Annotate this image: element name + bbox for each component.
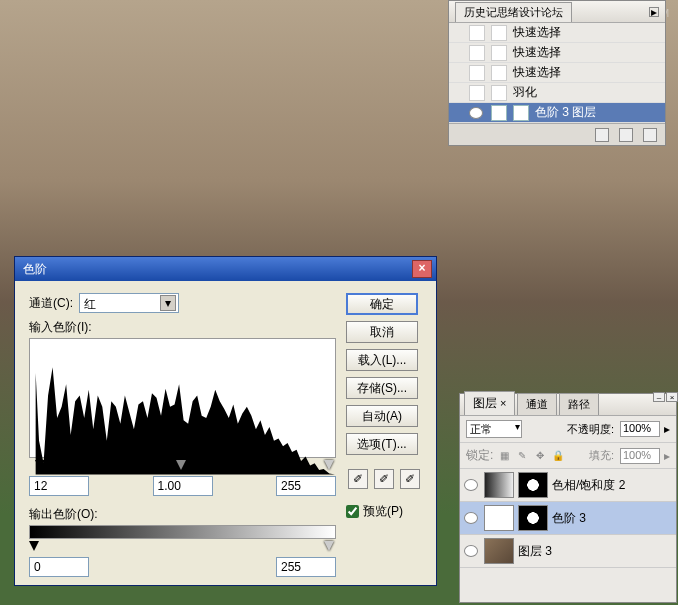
lock-paint-icon[interactable]: ✎ bbox=[515, 449, 529, 463]
input-white-field[interactable] bbox=[276, 476, 336, 496]
input-black-field[interactable] bbox=[29, 476, 89, 496]
blend-mode-select[interactable]: 正常 bbox=[466, 420, 522, 438]
lock-all-icon[interactable]: 🔒 bbox=[551, 449, 565, 463]
new-snapshot-icon[interactable] bbox=[595, 128, 609, 142]
fill-label: 填充: bbox=[589, 448, 614, 463]
fill-field[interactable]: 100% bbox=[620, 448, 660, 464]
histogram bbox=[29, 338, 336, 458]
tab-layers[interactable]: 图层 × bbox=[464, 391, 515, 415]
history-row[interactable]: 羽化 bbox=[449, 83, 665, 103]
preview-checkbox[interactable]: 预览(P) bbox=[346, 503, 422, 520]
options-button[interactable]: 选项(T)... bbox=[346, 433, 418, 455]
preview-label: 预览(P) bbox=[363, 503, 403, 520]
dialog-titlebar[interactable]: 色阶 × bbox=[15, 257, 436, 281]
close-icon[interactable]: × bbox=[412, 260, 432, 278]
visibility-icon[interactable] bbox=[464, 479, 478, 491]
visibility-icon[interactable] bbox=[464, 545, 478, 557]
opacity-flyout-icon[interactable]: ▸ bbox=[664, 422, 670, 436]
panel-min-icon[interactable]: – bbox=[653, 392, 665, 402]
layer-label: 图层 3 bbox=[518, 543, 552, 560]
history-row[interactable]: 快速选择 bbox=[449, 23, 665, 43]
history-label: 色阶 3 图层 bbox=[535, 104, 596, 121]
output-levels-label: 输出色阶(O): bbox=[29, 506, 336, 523]
lock-label: 锁定: bbox=[466, 447, 493, 464]
layer-row-active[interactable]: 色阶 3 bbox=[460, 502, 676, 535]
mask-thumb[interactable] bbox=[518, 505, 548, 531]
fill-flyout-icon[interactable]: ▸ bbox=[664, 449, 670, 463]
output-black-field[interactable] bbox=[29, 557, 89, 577]
channel-select[interactable]: 红 bbox=[79, 293, 179, 313]
input-gamma-field[interactable] bbox=[153, 476, 213, 496]
preview-check[interactable] bbox=[346, 505, 359, 518]
input-levels-label: 输入色阶(I): bbox=[29, 319, 336, 336]
black-point-handle[interactable] bbox=[35, 460, 45, 470]
history-label: 快速选择 bbox=[513, 24, 561, 41]
history-row[interactable]: 快速选择 bbox=[449, 43, 665, 63]
visibility-icon[interactable] bbox=[469, 107, 483, 119]
save-button[interactable]: 存储(S)... bbox=[346, 377, 418, 399]
history-row-active[interactable]: 色阶 3 图层 bbox=[449, 103, 665, 123]
lock-transparency-icon[interactable]: ▦ bbox=[497, 449, 511, 463]
layer-thumb[interactable] bbox=[484, 538, 514, 564]
visibility-icon[interactable] bbox=[464, 512, 478, 524]
layer-thumb[interactable] bbox=[484, 472, 514, 498]
tab-channels[interactable]: 通道 bbox=[517, 393, 557, 415]
ok-button[interactable]: 确定 bbox=[346, 293, 418, 315]
layer-row[interactable]: 图层 3 bbox=[460, 535, 676, 568]
layer-thumb[interactable] bbox=[484, 505, 514, 531]
out-white-handle[interactable] bbox=[324, 541, 334, 551]
black-eyedropper-icon[interactable]: ✐ bbox=[348, 469, 368, 489]
output-slider[interactable] bbox=[29, 541, 336, 553]
levels-dialog: 色阶 × 通道(C): 红 输入色阶(I): bbox=[14, 256, 437, 586]
white-eyedropper-icon[interactable]: ✐ bbox=[400, 469, 420, 489]
history-label: 快速选择 bbox=[513, 44, 561, 61]
layer-label: 色相/饱和度 2 bbox=[552, 477, 625, 494]
output-white-field[interactable] bbox=[276, 557, 336, 577]
panel-menu-icon[interactable]: ▸ bbox=[649, 7, 659, 17]
white-point-handle[interactable] bbox=[324, 460, 334, 470]
gray-eyedropper-icon[interactable]: ✐ bbox=[374, 469, 394, 489]
mask-thumb[interactable] bbox=[518, 472, 548, 498]
history-row[interactable]: 快速选择 bbox=[449, 63, 665, 83]
trash-icon[interactable] bbox=[643, 128, 657, 142]
layer-row[interactable]: 色相/饱和度 2 bbox=[460, 469, 676, 502]
new-doc-icon[interactable] bbox=[619, 128, 633, 142]
history-label: 羽化 bbox=[513, 84, 537, 101]
panel-close-icon[interactable]: × bbox=[666, 392, 678, 402]
history-label: 快速选择 bbox=[513, 64, 561, 81]
out-black-handle[interactable] bbox=[29, 541, 39, 551]
lock-move-icon[interactable]: ✥ bbox=[533, 449, 547, 463]
load-button[interactable]: 载入(L)... bbox=[346, 349, 418, 371]
history-tab[interactable]: 历史记思绪设计论坛 bbox=[455, 2, 572, 22]
channel-label: 通道(C): bbox=[29, 295, 73, 312]
layers-panel: –× 图层 × 通道 路径 正常 不透明度: 100% ▸ 锁定: ▦ ✎ ✥ … bbox=[459, 393, 677, 603]
history-panel: 历史记思绪设计论坛 ▸ 快速选择 快速选择 快速选择 羽化 色阶 3 图层 bbox=[448, 0, 666, 146]
tab-paths[interactable]: 路径 bbox=[559, 393, 599, 415]
auto-button[interactable]: 自动(A) bbox=[346, 405, 418, 427]
input-slider[interactable] bbox=[29, 460, 336, 472]
opacity-field[interactable]: 100% bbox=[620, 421, 660, 437]
cancel-button[interactable]: 取消 bbox=[346, 321, 418, 343]
gamma-handle[interactable] bbox=[176, 460, 186, 470]
opacity-label: 不透明度: bbox=[567, 422, 614, 437]
layer-label: 色阶 3 bbox=[552, 510, 586, 527]
output-gradient bbox=[29, 525, 336, 539]
dialog-title: 色阶 bbox=[23, 261, 47, 278]
